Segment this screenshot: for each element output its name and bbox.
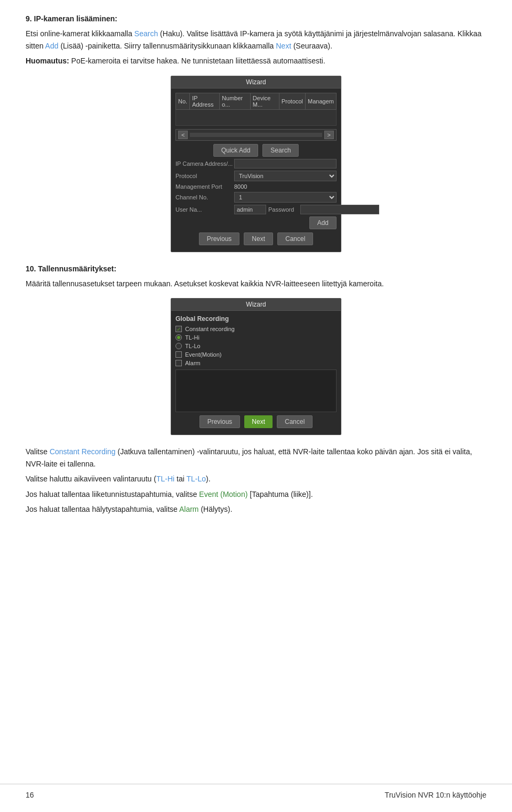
constant-recording-row: Constant recording <box>175 326 337 332</box>
alarm-row: Alarm <box>175 360 337 366</box>
wizard2-previous-button[interactable]: Previous <box>199 415 241 428</box>
event-row: Event(Motion) <box>175 351 337 358</box>
col-device: Device M... <box>250 93 279 109</box>
protocol-select[interactable]: TruVision <box>234 171 337 181</box>
password-label: Password <box>268 206 300 213</box>
para6: Jos haluat tallentaa hälytystapahtumia, … <box>26 503 486 515</box>
wizard1-previous-button[interactable]: Previous <box>199 232 240 245</box>
password-input[interactable] <box>300 205 379 214</box>
scroll-track <box>190 133 322 137</box>
para2: Määritä tallennusasetukset tarpeen mukaa… <box>26 278 486 290</box>
tl-hi-radio[interactable] <box>175 334 182 341</box>
scroll-bar: < > <box>175 129 337 141</box>
wizard2-dialog: Wizard Global Recording Constant recordi… <box>171 298 341 435</box>
wizard1-nav-row: Previous Next Cancel <box>175 232 337 245</box>
event-checkbox[interactable] <box>175 351 182 358</box>
recording-area <box>175 369 337 412</box>
add-btn-container: Add <box>175 216 337 229</box>
alarm-checkbox[interactable] <box>175 360 182 366</box>
channel-label: Channel No. <box>175 194 234 200</box>
col-manage: Managem <box>306 93 337 109</box>
quick-add-button[interactable]: Quick Add <box>213 144 259 157</box>
alarm-label: Alarm <box>185 360 201 366</box>
add-button[interactable]: Add <box>309 216 337 229</box>
brand-name: TruVision NVR 10:n käyttöohje <box>385 791 486 799</box>
global-recording-section: Global Recording Constant recording TL-H… <box>175 315 337 366</box>
event-label: Event(Motion) <box>185 351 221 358</box>
tl-lo-label: TL-Lo <box>185 343 201 349</box>
wizard1-titlebar: Wizard <box>171 76 341 89</box>
para5: Jos haluat tallentaa liiketunnistustapah… <box>26 488 486 500</box>
scroll-right-btn[interactable]: > <box>324 131 334 139</box>
table-row-empty <box>176 109 337 125</box>
wizard1-cancel-button[interactable]: Cancel <box>277 232 313 245</box>
mgmt-port-value: 8000 <box>234 183 337 190</box>
scroll-left-btn[interactable]: < <box>178 131 188 139</box>
page-footer: 16 TruVision NVR 10:n käyttöohje <box>0 784 512 799</box>
channel-row: Channel No. 1 <box>175 192 337 203</box>
global-recording-title: Global Recording <box>175 315 337 323</box>
para4: Valitse haluttu aikaviiveen valintaruutu… <box>26 473 486 485</box>
wizard2-titlebar: Wizard <box>171 299 341 311</box>
channel-select[interactable]: 1 <box>234 192 337 203</box>
tl-hi-row: TL-Hi <box>175 334 337 341</box>
wizard2-title: Wizard <box>246 301 266 308</box>
col-protocol: Protocol <box>279 93 305 109</box>
quick-add-search-row: Quick Add Search <box>175 144 337 157</box>
mgmt-port-row: Management Port 8000 <box>175 183 337 190</box>
wizard2-cancel-button[interactable]: Cancel <box>277 415 313 428</box>
col-number: Number o... <box>220 93 251 109</box>
para3: Valitse Constant Recording (Jatkuva tall… <box>26 446 486 470</box>
protocol-row: Protocol TruVision <box>175 171 337 181</box>
wizard1-title: Wizard <box>246 78 266 86</box>
ip-address-row: IP Camera Address/... <box>175 159 337 168</box>
search-button[interactable]: Search <box>262 144 299 157</box>
mgmt-port-label: Management Port <box>175 183 234 190</box>
wizard1-dialog: Wizard No. IP Address Number o... Device… <box>171 76 341 252</box>
tl-hi-label: TL-Hi <box>185 334 199 341</box>
username-input[interactable] <box>234 205 266 214</box>
col-no: No. <box>176 93 190 109</box>
col-ip: IP Address <box>190 93 220 109</box>
wizard2-nav-row: Previous Next Cancel <box>175 415 337 428</box>
tl-lo-row: TL-Lo <box>175 343 337 349</box>
page-number: 16 <box>26 791 34 799</box>
section10-heading: 10. Tallennusmääritykset: <box>26 263 486 275</box>
note: Huomautus: PoE-kameroita ei tarvitse hak… <box>26 55 486 67</box>
tl-lo-radio[interactable] <box>175 343 182 349</box>
ip-address-input[interactable] <box>234 159 337 168</box>
constant-recording-label: Constant recording <box>185 326 235 332</box>
wizard1-next-button[interactable]: Next <box>244 232 273 245</box>
user-label: User Na... <box>175 206 234 213</box>
para1: Etsi online-kamerat klikkaamalla Search … <box>26 28 486 52</box>
protocol-label: Protocol <box>175 173 234 179</box>
ip-camera-table: No. IP Address Number o... Device M... P… <box>175 93 337 126</box>
user-password-row: User Na... Password <box>175 205 337 214</box>
constant-recording-checkbox[interactable] <box>175 326 182 332</box>
section9-heading: 9. IP-kameran lisääminen: <box>26 13 486 25</box>
wizard2-next-button[interactable]: Next <box>244 415 273 428</box>
ip-address-label: IP Camera Address/... <box>175 160 234 167</box>
